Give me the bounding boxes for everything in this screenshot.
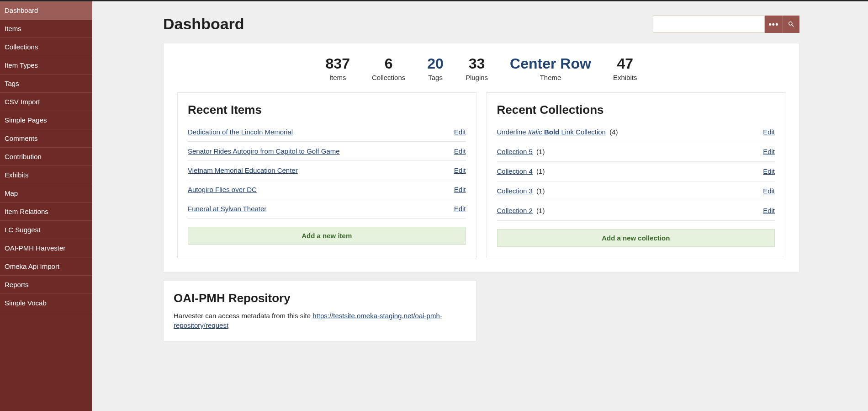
stat-theme-label: Theme: [510, 74, 591, 81]
content-wrap: 837 Items 6 Collections 20 Tags 33 Plugi…: [92, 43, 868, 360]
sidebar-item-items[interactable]: Items: [0, 20, 92, 38]
edit-link[interactable]: Edit: [454, 166, 466, 174]
edit-link[interactable]: Edit: [454, 186, 466, 193]
edit-link[interactable]: Edit: [454, 128, 466, 136]
list-item: Autogiro Flies over DCEdit: [188, 180, 466, 199]
item-link[interactable]: Funeral at Sylvan Theater: [188, 205, 266, 213]
list-item: Collection 3 (1)Edit: [497, 181, 775, 201]
stat-exhibits[interactable]: 47 Exhibits: [613, 56, 637, 81]
collection-count: (4): [608, 128, 618, 136]
item-link[interactable]: Dedication of the Lincoln Memorial: [188, 128, 293, 136]
sidebar-item-label[interactable]: Item Types: [0, 56, 92, 74]
sidebar-item-tags[interactable]: Tags: [0, 75, 92, 93]
sidebar-item-label[interactable]: Omeka Api Import: [0, 257, 92, 275]
list-item: Underline Italic Bold Link Collection (4…: [497, 123, 775, 142]
stat-plugins-label: Plugins: [466, 74, 488, 81]
collection-link[interactable]: Collection 3: [497, 187, 533, 195]
collection-count: (1): [535, 167, 545, 175]
collection-link[interactable]: Underline Italic Bold Link Collection: [497, 128, 606, 136]
sidebar-item-item-relations[interactable]: Item Relations: [0, 203, 92, 221]
sidebar-item-omeka-api-import[interactable]: Omeka Api Import: [0, 257, 92, 276]
sidebar-item-comments[interactable]: Comments: [0, 129, 92, 148]
item-link[interactable]: Autogiro Flies over DC: [188, 186, 257, 193]
sidebar-item-simple-vocab[interactable]: Simple Vocab: [0, 294, 92, 312]
stat-tags-value: 20: [427, 56, 444, 71]
stat-plugins[interactable]: 33 Plugins: [466, 56, 488, 81]
sidebar-item-label[interactable]: LC Suggest: [0, 221, 92, 239]
add-new-collection-button[interactable]: Add a new collection: [497, 229, 775, 247]
sidebar-item-label[interactable]: Collections: [0, 38, 92, 56]
sidebar-item-label[interactable]: Simple Vocab: [0, 294, 92, 312]
search-submit-button[interactable]: [782, 16, 799, 33]
sidebar-item-contribution[interactable]: Contribution: [0, 148, 92, 166]
sidebar-item-simple-pages[interactable]: Simple Pages: [0, 111, 92, 129]
recent-collections-heading: Recent Collections: [497, 103, 775, 117]
sidebar-item-collections[interactable]: Collections: [0, 38, 92, 56]
collection-link[interactable]: Collection 4: [497, 167, 533, 175]
sidebar-item-label[interactable]: Map: [0, 184, 92, 202]
collection-count: (1): [535, 207, 545, 214]
list-item: Collection 5 (1)Edit: [497, 142, 775, 162]
sidebar-nav: DashboardItemsCollectionsItem TypesTagsC…: [0, 1, 92, 411]
list-item: Senator Rides Autogiro from Capitol to G…: [188, 142, 466, 161]
sidebar-item-dashboard[interactable]: Dashboard: [0, 1, 92, 20]
stat-items[interactable]: 837 Items: [326, 56, 350, 81]
sidebar-item-exhibits[interactable]: Exhibits: [0, 166, 92, 184]
dashboard-card: 837 Items 6 Collections 20 Tags 33 Plugi…: [163, 43, 799, 272]
sidebar-item-csv-import[interactable]: CSV Import: [0, 93, 92, 111]
sidebar-list: DashboardItemsCollectionsItem TypesTagsC…: [0, 1, 92, 312]
edit-link[interactable]: Edit: [454, 205, 466, 213]
sidebar-item-label[interactable]: Simple Pages: [0, 111, 92, 129]
sidebar-item-label[interactable]: OAI-PMH Harvester: [0, 239, 92, 257]
add-new-item-button[interactable]: Add a new item: [188, 227, 466, 245]
sidebar-item-label[interactable]: Item Relations: [0, 203, 92, 220]
sidebar-item-label[interactable]: Contribution: [0, 148, 92, 165]
search-input[interactable]: [653, 16, 765, 33]
stat-tags-label: Tags: [427, 74, 444, 81]
list-item: Collection 2 (1)Edit: [497, 201, 775, 221]
item-link[interactable]: Vietnam Memorial Education Center: [188, 166, 298, 174]
stat-collections[interactable]: 6 Collections: [372, 56, 405, 81]
page-title: Dashboard: [163, 15, 244, 33]
collection-count: (1): [535, 187, 545, 195]
sidebar-item-item-types[interactable]: Item Types: [0, 56, 92, 75]
collection-link[interactable]: Collection 5: [497, 148, 533, 155]
edit-link[interactable]: Edit: [763, 128, 775, 136]
search-options-button[interactable]: •••: [765, 16, 782, 33]
sidebar-item-label[interactable]: Items: [0, 20, 92, 37]
sidebar-item-reports[interactable]: Reports: [0, 276, 92, 294]
sidebar-item-map[interactable]: Map: [0, 184, 92, 203]
sidebar-item-label[interactable]: Reports: [0, 276, 92, 294]
oai-heading: OAI-PMH Repository: [174, 291, 466, 305]
stat-exhibits-label: Exhibits: [613, 74, 637, 81]
sidebar-item-label[interactable]: Exhibits: [0, 166, 92, 184]
edit-link[interactable]: Edit: [763, 148, 775, 155]
oai-text: Harvester can access metadata from this …: [174, 311, 466, 330]
recent-items-list: Dedication of the Lincoln MemorialEditSe…: [188, 123, 466, 219]
collection-link[interactable]: Collection 2: [497, 207, 533, 214]
sidebar-item-oai-pmh-harvester[interactable]: OAI-PMH Harvester: [0, 239, 92, 257]
search-group: •••: [653, 16, 799, 33]
sidebar-item-label[interactable]: CSV Import: [0, 93, 92, 111]
panels: Recent Items Dedication of the Lincoln M…: [177, 92, 785, 258]
list-item: Dedication of the Lincoln MemorialEdit: [188, 123, 466, 142]
sidebar-item-label[interactable]: Dashboard: [0, 1, 92, 19]
edit-link[interactable]: Edit: [763, 187, 775, 195]
recent-items-heading: Recent Items: [188, 103, 466, 117]
stat-theme-value: Center Row: [510, 56, 591, 71]
item-link[interactable]: Senator Rides Autogiro from Capitol to G…: [188, 147, 340, 155]
sidebar-item-label[interactable]: Comments: [0, 129, 92, 147]
sidebar-item-label[interactable]: Tags: [0, 75, 92, 92]
stat-theme[interactable]: Center Row Theme: [510, 56, 591, 81]
stat-tags[interactable]: 20 Tags: [427, 56, 444, 81]
recent-items-panel: Recent Items Dedication of the Lincoln M…: [177, 92, 476, 258]
edit-link[interactable]: Edit: [763, 207, 775, 214]
list-item: Collection 4 (1)Edit: [497, 162, 775, 181]
edit-link[interactable]: Edit: [454, 147, 466, 155]
oai-text-prefix: Harvester can access metadata from this …: [174, 312, 312, 320]
oai-panel: OAI-PMH Repository Harvester can access …: [163, 281, 476, 342]
stats-row: 837 Items 6 Collections 20 Tags 33 Plugi…: [177, 56, 785, 81]
recent-collections-list: Underline Italic Bold Link Collection (4…: [497, 123, 775, 221]
edit-link[interactable]: Edit: [763, 167, 775, 175]
sidebar-item-lc-suggest[interactable]: LC Suggest: [0, 221, 92, 239]
